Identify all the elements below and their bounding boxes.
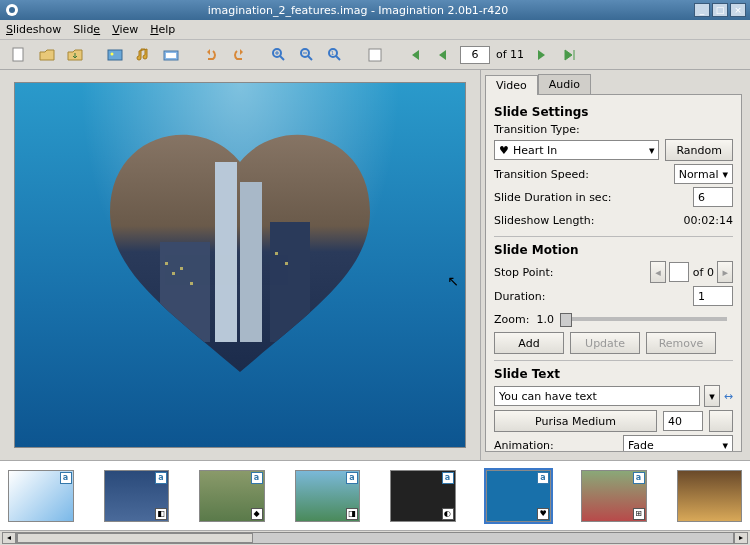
- slide-text-input[interactable]: [494, 386, 700, 406]
- font-button[interactable]: Purisa Medium: [494, 410, 657, 432]
- svg-rect-13: [215, 162, 237, 342]
- add-button[interactable]: Add: [494, 332, 564, 354]
- prev-button[interactable]: [432, 44, 454, 66]
- thumbnail-strip: a a◧ a◆ a◨ a◐ a♥ a⊞: [0, 460, 750, 530]
- save-button[interactable]: [64, 44, 86, 66]
- svg-rect-22: [190, 282, 193, 285]
- svg-rect-21: [285, 262, 288, 265]
- page-total: of 11: [496, 48, 524, 61]
- slideshow-length-label: Slideshow Length:: [494, 214, 594, 227]
- slideshow-length-value: 00:02:14: [684, 214, 733, 227]
- cursor-icon: ↖: [447, 273, 459, 289]
- svg-rect-16: [270, 222, 310, 342]
- close-button[interactable]: ×: [730, 3, 746, 17]
- svg-rect-19: [180, 267, 183, 270]
- svg-rect-15: [160, 242, 210, 342]
- thumbnail[interactable]: [677, 470, 743, 522]
- slide-text-title: Slide Text: [494, 367, 733, 381]
- zoom-in-button[interactable]: [268, 44, 290, 66]
- transition-type-label: Transition Type:: [494, 123, 733, 136]
- export-button[interactable]: [160, 44, 182, 66]
- thumbnail[interactable]: a◨: [295, 470, 361, 522]
- redo-button[interactable]: [228, 44, 250, 66]
- font-color-button[interactable]: [709, 410, 733, 432]
- maximize-button[interactable]: □: [712, 3, 728, 17]
- transition-speed-label: Transition Speed:: [494, 168, 589, 181]
- first-button[interactable]: [404, 44, 426, 66]
- transition-speed-select[interactable]: Normal ▾: [674, 164, 733, 184]
- slide-settings-title: Slide Settings: [494, 105, 733, 119]
- minimize-button[interactable]: _: [694, 3, 710, 17]
- transition-type-select[interactable]: ♥ Heart In▾: [494, 140, 659, 160]
- menu-help[interactable]: Help: [150, 23, 175, 36]
- zoom-out-button[interactable]: [296, 44, 318, 66]
- new-button[interactable]: [8, 44, 30, 66]
- font-size-input[interactable]: [663, 411, 703, 431]
- thumbnail[interactable]: a◆: [199, 470, 265, 522]
- zoom-slider[interactable]: [560, 317, 727, 321]
- checkbox-button[interactable]: [364, 44, 386, 66]
- slide-duration-label: Slide Duration in sec:: [494, 191, 611, 204]
- random-button[interactable]: Random: [665, 139, 733, 161]
- thumbnail[interactable]: a◐: [390, 470, 456, 522]
- menu-slide[interactable]: Slide: [73, 23, 100, 36]
- thumbnail[interactable]: a: [8, 470, 74, 522]
- open-button[interactable]: [36, 44, 58, 66]
- animation-label: Animation:: [494, 439, 554, 452]
- text-apply-icon[interactable]: ↔: [724, 390, 733, 403]
- svg-rect-2: [13, 48, 23, 61]
- slide-motion-title: Slide Motion: [494, 243, 733, 257]
- last-button[interactable]: [558, 44, 580, 66]
- slide-preview: ↖: [14, 82, 466, 448]
- stop-point-input[interactable]: [669, 262, 689, 282]
- motion-duration-input[interactable]: [693, 286, 733, 306]
- thumbnail[interactable]: a⊞: [581, 470, 647, 522]
- svg-rect-3: [108, 50, 122, 60]
- zoom-label: Zoom: 1.0: [494, 313, 554, 326]
- svg-rect-17: [165, 262, 168, 265]
- stop-prev-button[interactable]: ◂: [650, 261, 666, 283]
- page-input[interactable]: [460, 46, 490, 64]
- preview-pane: ↖: [0, 70, 480, 460]
- heart-transition-icon: [100, 122, 380, 382]
- import-image-button[interactable]: [104, 44, 126, 66]
- window-title: imagination_2_features.imag - Imaginatio…: [24, 4, 692, 17]
- animation-select[interactable]: Fade▾: [623, 435, 733, 452]
- import-audio-button[interactable]: [132, 44, 154, 66]
- next-button[interactable]: [530, 44, 552, 66]
- svg-text:1: 1: [331, 50, 334, 56]
- svg-point-4: [111, 52, 114, 55]
- remove-button[interactable]: Remove: [646, 332, 716, 354]
- title-bar: imagination_2_features.imag - Imaginatio…: [0, 0, 750, 20]
- tab-audio[interactable]: Audio: [538, 74, 591, 94]
- menu-view[interactable]: View: [112, 23, 138, 36]
- thumbnail[interactable]: a♥: [486, 470, 552, 522]
- stop-point-label: Stop Point:: [494, 266, 554, 279]
- svg-point-1: [9, 7, 15, 13]
- tab-video[interactable]: Video: [485, 75, 538, 95]
- side-panel: Video Audio Slide Settings Transition Ty…: [480, 70, 750, 460]
- svg-rect-6: [166, 53, 176, 58]
- zoom-fit-button[interactable]: 1: [324, 44, 346, 66]
- menu-bar: Slideshow Slide View Help: [0, 20, 750, 40]
- undo-button[interactable]: [200, 44, 222, 66]
- svg-rect-18: [172, 272, 175, 275]
- stop-point-count: of 0: [693, 266, 714, 279]
- text-expand-button[interactable]: ▾: [704, 385, 720, 407]
- svg-rect-14: [240, 182, 262, 342]
- svg-rect-11: [369, 49, 381, 61]
- app-icon: [4, 2, 20, 18]
- svg-rect-20: [275, 252, 278, 255]
- menu-slideshow[interactable]: Slideshow: [6, 23, 61, 36]
- update-button[interactable]: Update: [570, 332, 640, 354]
- motion-duration-label: Duration:: [494, 290, 545, 303]
- slide-duration-input[interactable]: [693, 187, 733, 207]
- toolbar: 1 of 11: [0, 40, 750, 70]
- stop-next-button[interactable]: ▸: [717, 261, 733, 283]
- thumbnail[interactable]: a◧: [104, 470, 170, 522]
- thumbnail-scrollbar[interactable]: ◂▸: [0, 530, 750, 545]
